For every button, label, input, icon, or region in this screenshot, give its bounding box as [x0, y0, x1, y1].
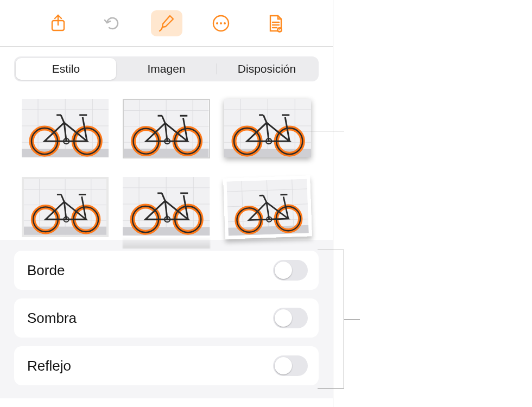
- svg-point-4: [224, 22, 226, 24]
- tab-estilo[interactable]: Estilo: [16, 58, 116, 80]
- more-button[interactable]: [205, 10, 237, 36]
- style-preset-drop-shadow[interactable]: [224, 99, 311, 157]
- svg-point-2: [216, 22, 218, 24]
- style-preset-grid: [0, 85, 333, 240]
- style-tabs: Estilo Imagen Disposición: [14, 56, 319, 81]
- share-button[interactable]: [42, 10, 74, 36]
- option-label: Borde: [27, 262, 65, 279]
- option-label: Reflejo: [27, 358, 71, 374]
- tab-imagen[interactable]: Imagen: [116, 58, 217, 80]
- tab-disposicion[interactable]: Disposición: [217, 58, 317, 80]
- preset-thumbnail: [24, 179, 106, 235]
- svg-point-7: [279, 29, 280, 30]
- option-sombra-row: Sombra: [14, 298, 319, 338]
- style-preset-thin-border[interactable]: [123, 99, 210, 158]
- preset-thumbnail: [226, 179, 309, 236]
- svg-point-3: [220, 22, 222, 24]
- preset-thumbnail: [22, 99, 109, 157]
- option-reflejo-row: Reflejo: [14, 346, 319, 385]
- tab-label: Estilo: [52, 62, 80, 75]
- style-preset-inset-frame[interactable]: [22, 177, 109, 237]
- style-preset-reflection[interactable]: [123, 177, 210, 236]
- option-reflejo-switch[interactable]: [273, 355, 308, 376]
- option-sombra-switch[interactable]: [273, 308, 308, 328]
- preset-thumbnail: [124, 100, 208, 157]
- undo-button[interactable]: [97, 10, 128, 36]
- option-label: Sombra: [27, 310, 77, 327]
- tab-label: Disposición: [238, 62, 296, 75]
- style-preset-polaroid-tilt[interactable]: [223, 175, 312, 239]
- toolbar: [0, 0, 333, 47]
- callout-line: [300, 131, 344, 131]
- option-borde-row: Borde: [14, 251, 319, 290]
- preset-thumbnail: [224, 99, 311, 157]
- tab-label: Imagen: [147, 62, 185, 75]
- format-button[interactable]: [151, 10, 182, 36]
- callout-bracket: [344, 250, 344, 389]
- style-preset-plain[interactable]: [22, 99, 109, 157]
- preset-thumbnail: [123, 177, 210, 236]
- document-settings-button[interactable]: [259, 10, 291, 36]
- format-panel: Estilo Imagen Disposición: [0, 0, 333, 407]
- style-options: Borde Sombra Reflejo: [0, 240, 333, 398]
- option-borde-switch[interactable]: [273, 260, 308, 281]
